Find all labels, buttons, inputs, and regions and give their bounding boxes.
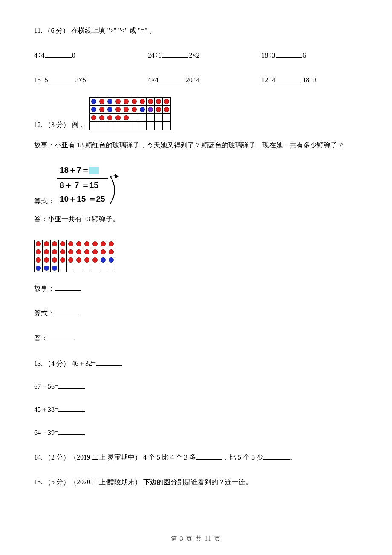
q13-line4: 64－39=	[34, 428, 358, 438]
q11-r2-c-right: 18÷3	[303, 76, 317, 84]
blank[interactable]	[96, 359, 122, 366]
blank[interactable]	[55, 284, 81, 291]
q13-line3: 45＋38=	[34, 405, 358, 415]
q15-text: 15. （5 分）（2020 二上·醴陵期末） 下边的图分别是谁看到的？连一连。	[34, 478, 252, 486]
grid-table	[34, 240, 115, 272]
page-container: 11. （6 分） 在横线上填 ">" "<" 或 "=" 。 4÷40 24÷…	[0, 0, 392, 555]
story-text: 小亚有 18 颗红色的玻璃弹子，今天她又得到了 7 颗蓝色的玻璃弹子，现在她一共…	[55, 142, 344, 149]
q12-header-line: 12. （3 分） 例：	[34, 97, 358, 130]
q11-header: 11. （6 分） 在横线上填 ">" "<" 或 "=" 。	[34, 26, 358, 36]
q13-line1: 13. （4 分） 46＋32=	[34, 358, 358, 369]
formula-top: 18＋7＝	[57, 163, 108, 179]
blank[interactable]	[48, 334, 74, 340]
q11-r2-a: 15÷53×5	[34, 75, 131, 85]
q11-r2-a-right: 3×5	[75, 76, 86, 84]
q11-header-text: 11. （6 分） 在横线上填 ">" "<" 或 "=" 。	[34, 27, 156, 34]
blank[interactable]	[263, 453, 290, 460]
blank[interactable]	[58, 428, 85, 435]
q11-r2-c-left: 12÷4	[261, 76, 275, 84]
q11-r1-c-right: 6	[303, 52, 306, 59]
paren-arrow-icon	[109, 173, 121, 206]
grid-table	[89, 97, 171, 130]
q12-story-example: 故事：小亚有 18 颗红色的玻璃弹子，今天她又得到了 7 颗蓝色的玻璃弹子，现在…	[34, 140, 358, 150]
q14-a: 14. （2 分）（2019 二上·灵宝期中） 4 个 5 比 4 个 3 多	[34, 454, 196, 461]
blank[interactable]	[162, 51, 188, 58]
q12-formula-blank: 算式：	[34, 308, 358, 318]
q15: 15. （5 分）（2020 二上·醴陵期末） 下边的图分别是谁看到的？连一连。	[34, 477, 358, 487]
q12-formula-example: 算式： 18＋7＝ 8＋ 7 ＝15 10＋15 ＝25	[34, 163, 358, 206]
q11-row2: 15÷53×5 4×420÷4 12÷418÷3	[34, 75, 358, 85]
q11-r1-a-left: 4÷4	[34, 52, 45, 59]
q13-header: 13. （4 分） 46＋32=	[34, 360, 96, 367]
answer-example-text: 答：小亚一共有 33 颗弹子。	[34, 215, 119, 223]
footer-text: 第 3 页 共 11 页	[171, 535, 221, 542]
blank[interactable]	[58, 405, 85, 412]
blank[interactable]	[49, 76, 75, 82]
blank[interactable]	[55, 309, 81, 315]
q11-r1-c: 18÷36	[244, 50, 358, 61]
q12-answer-blank: 答：	[34, 333, 358, 343]
formula-top-text: 18＋7＝	[60, 165, 89, 174]
q11-r1-b: 24÷62×2	[131, 50, 245, 61]
formula-bot: 10＋15 ＝25	[57, 192, 108, 206]
formula-label: 算式：	[34, 196, 55, 206]
q14: 14. （2 分）（2019 二上·灵宝期中） 4 个 5 比 4 个 3 多，…	[34, 452, 358, 462]
blank[interactable]	[196, 453, 222, 460]
q11-row1: 4÷40 24÷62×2 18÷36	[34, 50, 358, 61]
q14-c: 。	[290, 454, 297, 461]
q11-r2-a-left: 15÷5	[34, 76, 48, 84]
q11-r2-b-left: 4×4	[148, 76, 159, 84]
example-grid-2	[34, 240, 358, 272]
q11-r1-c-left: 18÷3	[261, 52, 275, 59]
q12-header-prefix: 12. （3 分） 例：	[34, 120, 85, 130]
result-box	[89, 167, 99, 174]
q11-r1-a-right: 0	[72, 52, 75, 59]
q11-r2-b: 4×420÷4	[131, 75, 245, 85]
formula-mid: 8＋ 7 ＝15	[57, 179, 108, 193]
page-footer: 第 3 页 共 11 页	[0, 534, 392, 543]
formula-box: 18＋7＝ 8＋ 7 ＝15 10＋15 ＝25	[57, 163, 108, 206]
q11-r1-b-left: 24÷6	[148, 52, 162, 59]
story-label: 故事：	[34, 142, 55, 149]
q13-line2: 67－56=	[34, 382, 358, 392]
q11-r2-c: 12÷418÷3	[244, 75, 358, 85]
q12-story-blank: 故事：	[34, 283, 358, 294]
q11-r1-a: 4÷40	[34, 50, 131, 61]
formula-prompt: 算式：	[34, 309, 55, 317]
blank[interactable]	[45, 51, 72, 58]
blank[interactable]	[276, 51, 302, 58]
q12-answer-example: 答：小亚一共有 33 颗弹子。	[34, 214, 358, 224]
q14-b: ，比 5 个 5 少	[222, 454, 263, 461]
q13-l3: 45＋38=	[34, 406, 58, 413]
blank[interactable]	[58, 382, 85, 389]
q11-r1-b-right: 2×2	[189, 52, 199, 59]
q13-l2: 67－56=	[34, 383, 58, 390]
answer-prompt: 答：	[34, 334, 48, 341]
example-grid-1	[89, 97, 171, 130]
q11-r2-b-right: 20÷4	[186, 76, 200, 84]
blank[interactable]	[159, 76, 185, 82]
blank[interactable]	[276, 76, 302, 82]
q13-l4: 64－39=	[34, 429, 58, 436]
story-prompt: 故事：	[34, 285, 55, 292]
